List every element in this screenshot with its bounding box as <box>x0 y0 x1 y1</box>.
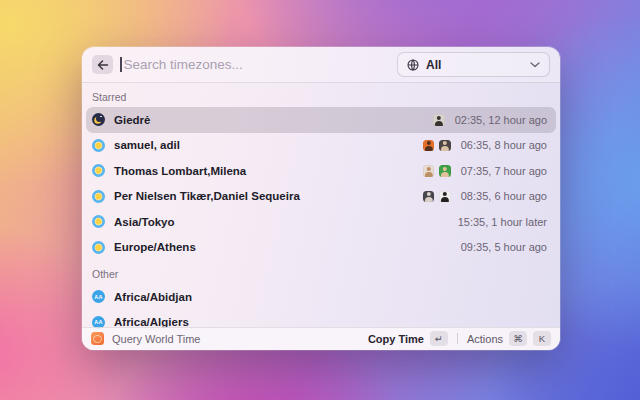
avatar <box>439 140 451 152</box>
timezone-name: Asia/Tokyo <box>114 216 175 228</box>
list-item-per-daniel[interactable]: Per Nielsen Tikær,Daniel Sequeira 08:35,… <box>86 184 556 210</box>
time-label: 08:35, 6 hour ago <box>461 190 547 202</box>
sun-icon <box>92 164 105 177</box>
arrow-left-icon <box>97 60 109 70</box>
world-time-app-icon <box>91 332 104 345</box>
chevron-down-icon <box>530 62 540 68</box>
actions-button[interactable]: Actions <box>467 333 503 345</box>
list-item-thomas-milena[interactable]: Thomas Lombart,Milena 07:35, 7 hour ago <box>86 158 556 184</box>
section-header-starred: Starred <box>86 83 556 107</box>
sun-icon <box>92 241 105 254</box>
moon-icon <box>92 113 105 126</box>
time-label: 15:35, 1 hour later <box>458 216 547 228</box>
list-item-europe-athens[interactable]: Europe/Athens 09:35, 5 hour ago <box>86 235 556 261</box>
time-label: 06:35, 8 hour ago <box>461 139 547 151</box>
list-item-africa-abidjan[interactable]: AA Africa/Abidjan <box>86 284 556 310</box>
timezone-name: Europe/Athens <box>114 241 196 253</box>
time-label: 02:35, 12 hour ago <box>455 114 547 126</box>
initials-icon: AA <box>92 290 105 303</box>
search-bar: All <box>82 47 560 83</box>
time-label: 07:35, 7 hour ago <box>461 165 547 177</box>
list-item-giedre[interactable]: Giedrė 02:35, 12 hour ago <box>86 107 556 133</box>
avatar <box>433 114 445 126</box>
section-header-other: Other <box>86 260 556 284</box>
avatar <box>423 191 435 203</box>
divider <box>457 333 458 344</box>
launcher-window: All Starred Giedrė 02:35, 12 hour ago sa… <box>82 47 560 350</box>
timezone-name: samuel, adil <box>114 139 180 151</box>
return-key-badge: ↵ <box>430 331 448 346</box>
avatar <box>439 191 451 203</box>
app-name: Query World Time <box>112 333 200 345</box>
avatar <box>423 140 435 152</box>
timezone-name: Thomas Lombart,Milena <box>114 165 246 177</box>
list-item-samuel-adil[interactable]: samuel, adil 06:35, 8 hour ago <box>86 133 556 159</box>
avatar <box>439 165 451 177</box>
globe-icon <box>407 59 419 71</box>
copy-time-button[interactable]: Copy Time <box>368 333 424 345</box>
timezone-list: Starred Giedrė 02:35, 12 hour ago samuel… <box>82 83 560 335</box>
back-button[interactable] <box>92 55 113 74</box>
filter-value: All <box>426 58 441 72</box>
search-input[interactable] <box>122 57 398 72</box>
list-item-asia-tokyo[interactable]: Asia/Tokyo 15:35, 1 hour later <box>86 209 556 235</box>
sun-icon <box>92 215 105 228</box>
time-label: 09:35, 5 hour ago <box>461 241 547 253</box>
timezone-name: Africa/Abidjan <box>114 291 192 303</box>
avatar <box>423 165 435 177</box>
timezone-name: Per Nielsen Tikær,Daniel Sequeira <box>114 190 300 202</box>
timezone-name: Giedrė <box>114 114 150 126</box>
sun-icon <box>92 190 105 203</box>
filter-dropdown[interactable]: All <box>397 52 550 77</box>
cmd-key-badge: ⌘ <box>509 331 527 346</box>
sun-icon <box>92 139 105 152</box>
status-bar: Query World Time Copy Time ↵ Actions ⌘ K <box>82 327 560 351</box>
k-key-badge: K <box>533 331 551 346</box>
